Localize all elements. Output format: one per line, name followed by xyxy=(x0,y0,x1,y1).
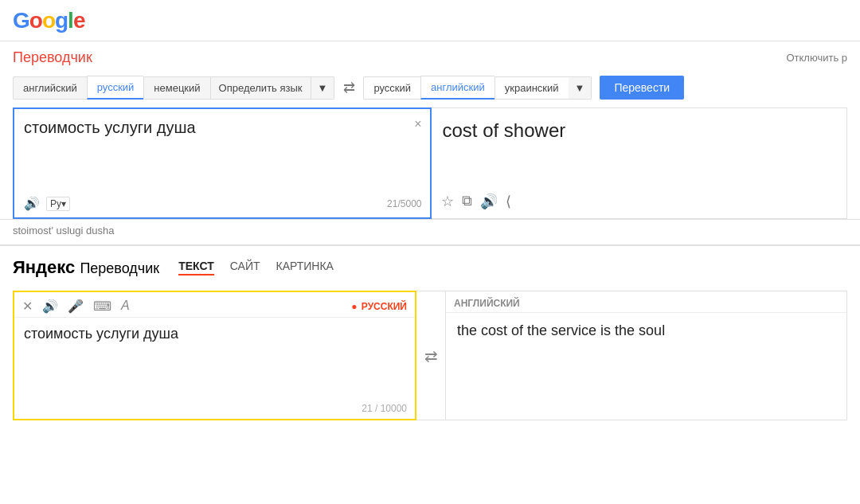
yandex-sound-icon[interactable]: 🔊 xyxy=(42,299,58,314)
yandex-keyboard-icon[interactable]: ⌨ xyxy=(93,299,111,314)
google-logo: Google xyxy=(13,8,84,33)
yandex-output-text: the cost of the service is the soul xyxy=(446,313,846,349)
gt-title-row: Переводчик Отключить р xyxy=(13,49,847,66)
yandex-translate-section: Яндекс Переводчик ТЕКСТ САЙТ КАРТИНКА ✕ … xyxy=(0,246,860,420)
source-textarea[interactable]: стоимость услуги душа xyxy=(14,109,430,189)
swap-languages-button[interactable]: ⇄ xyxy=(334,79,363,96)
yandex-nav-image[interactable]: КАРТИНКА xyxy=(276,260,334,275)
yandex-mic-icon[interactable]: 🎤 xyxy=(68,299,84,314)
yandex-logo: Яндекс Переводчик xyxy=(13,257,159,278)
share-icon[interactable]: ⟨ xyxy=(506,193,511,210)
yandex-input-header: ✕ 🔊 🎤 ⌨ A ● РУССКИЙ xyxy=(14,292,415,318)
lang-btn-detect[interactable]: Определить язык xyxy=(210,76,311,100)
target-lang-english[interactable]: английский xyxy=(420,76,494,100)
yandex-font-icon[interactable]: A xyxy=(121,299,130,314)
char-count: 21/5000 xyxy=(387,198,421,209)
yandex-output-header: АНГЛИЙСКИЙ xyxy=(446,291,846,313)
yandex-output-box: АНГЛИЙСКИЙ the cost of the service is th… xyxy=(445,291,847,420)
yandex-target-lang: АНГЛИЙСКИЙ xyxy=(454,298,520,309)
yandex-source-box: ✕ 🔊 🎤 ⌨ A ● РУССКИЙ стоимость услуги душ… xyxy=(13,291,416,420)
output-text: cost of shower xyxy=(432,108,847,150)
target-lang-russian[interactable]: русский xyxy=(363,76,420,100)
lang-btn-russian[interactable]: русский xyxy=(87,76,144,100)
target-lang-dropdown[interactable]: ▼ xyxy=(569,76,592,100)
yandex-source-textarea[interactable]: стоимость услуги душа xyxy=(14,318,415,397)
source-text-box: × стоимость услуги душа 🔊 Ру▾ 21/5000 xyxy=(13,107,432,219)
page-header: Google xyxy=(0,0,860,41)
output-icons: ☆ ⧉ 🔊 ⟨ xyxy=(441,193,511,210)
input-footer: 🔊 Ру▾ 21/5000 xyxy=(14,191,430,217)
language-bar: английский русский немецкий Определить я… xyxy=(13,76,847,100)
lang-btn-german[interactable]: немецкий xyxy=(143,76,209,100)
google-translate-section: Переводчик Отключить р английский русски… xyxy=(0,41,860,220)
transliteration: stoimost' uslugi dusha xyxy=(0,220,860,246)
source-lang-dropdown[interactable]: ▼ xyxy=(311,76,335,100)
yandex-char-count: 21 / 10000 xyxy=(362,403,407,414)
google-translate-title: Переводчик xyxy=(13,49,92,66)
sound-button[interactable]: 🔊 xyxy=(21,194,43,213)
yandex-input-icons: ✕ 🔊 🎤 ⌨ A xyxy=(22,299,130,314)
yandex-logo-name: Переводчик xyxy=(80,260,159,276)
translate-button[interactable]: Перевести xyxy=(600,76,684,100)
translation-area: × стоимость услуги душа 🔊 Ру▾ 21/5000 co… xyxy=(13,107,847,219)
clear-button[interactable]: × xyxy=(414,117,421,131)
target-lang-ukrainian[interactable]: украинский xyxy=(494,76,569,100)
yandex-source-lang: ● РУССКИЙ xyxy=(351,301,407,312)
listen-icon[interactable]: 🔊 xyxy=(480,193,498,210)
output-text-box: cost of shower ☆ ⧉ 🔊 ⟨ xyxy=(432,107,848,219)
lang-btn-english[interactable]: английский xyxy=(13,76,87,100)
yandex-nav-site[interactable]: САЙТ xyxy=(230,260,260,275)
star-icon[interactable]: ☆ xyxy=(441,193,454,210)
yandex-header: Яндекс Переводчик ТЕКСТ САЙТ КАРТИНКА xyxy=(13,257,847,278)
disable-button[interactable]: Отключить р xyxy=(786,52,847,64)
copy-icon[interactable]: ⧉ xyxy=(462,193,472,210)
yandex-clear-icon[interactable]: ✕ xyxy=(22,299,33,314)
yandex-translation-area: ✕ 🔊 🎤 ⌨ A ● РУССКИЙ стоимость услуги душ… xyxy=(13,291,847,420)
ru-badge-button[interactable]: Ру▾ xyxy=(46,197,70,211)
yandex-nav-text[interactable]: ТЕКСТ xyxy=(178,260,214,275)
yandex-nav: ТЕКСТ САЙТ КАРТИНКА xyxy=(178,260,334,275)
yandex-input-footer: 21 / 10000 xyxy=(14,400,415,419)
yandex-swap-button[interactable]: ⇄ xyxy=(416,291,445,420)
target-lang-group: русский английский украинский ▼ Перевест… xyxy=(363,76,684,100)
input-footer-left: 🔊 Ру▾ xyxy=(21,194,70,213)
